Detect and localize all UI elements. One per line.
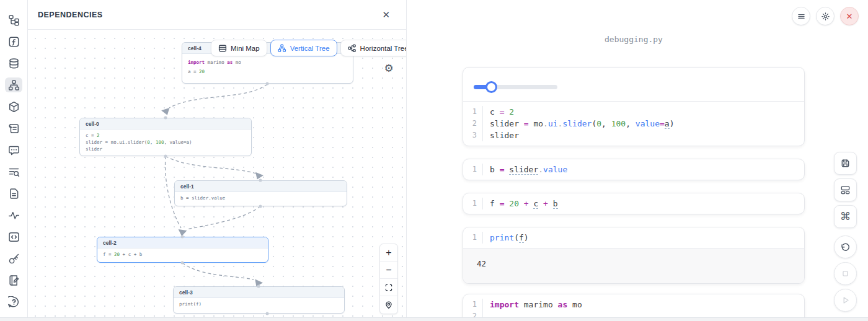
close-icon[interactable]: ✕ (382, 10, 390, 19)
graph-view-toolbar: Mini MapVertical TreeHorizontal Tree (211, 40, 406, 56)
sidebar-item-packages[interactable] (5, 99, 22, 114)
line-number: 1 (463, 198, 483, 209)
sidebar-item-documentation[interactable] (5, 186, 22, 201)
cell-output-text: 42 (463, 248, 804, 283)
node-code: b = slider.value (175, 192, 347, 204)
save-button[interactable] (834, 152, 857, 175)
horizontal-tree-icon (348, 44, 356, 53)
undo-icon (840, 242, 851, 252)
notebook-filename: debugging.py (463, 35, 805, 44)
dependencies-panel: DEPENDENCIES ✕ Mini MapVertical TreeHori… (28, 0, 407, 321)
locate-node-button[interactable] (380, 296, 397, 314)
sidebar-item-snippets[interactable] (5, 229, 22, 244)
code-line: 1c = 2 (463, 106, 804, 118)
fit-view-button[interactable] (380, 279, 397, 296)
sidebar-item-file-tree[interactable] (5, 12, 22, 27)
code-text[interactable]: print(f) (483, 232, 529, 244)
sidebar-item-help[interactable] (5, 294, 22, 309)
sidebar-item-datasources[interactable] (5, 56, 22, 71)
menu-button[interactable] (792, 7, 810, 25)
graph-node-cell-3[interactable]: cell-3print(f) (173, 286, 345, 314)
settings-button[interactable] (816, 7, 835, 25)
vertical-tree-button[interactable]: Vertical Tree (270, 40, 337, 56)
code-line: 1b = slider.value (463, 164, 804, 175)
mini-map-button[interactable]: Mini Map (211, 40, 267, 56)
code-text[interactable]: c = 2 (483, 106, 514, 118)
datasources-icon (8, 58, 20, 69)
sidebar-item-logs[interactable] (5, 121, 22, 136)
location-pin-icon (384, 301, 393, 309)
cell-code-editor[interactable]: 1b = slider.value (463, 159, 804, 180)
scratchpad-icon (8, 275, 20, 286)
snippets-icon (8, 231, 20, 243)
zoom-in-button[interactable]: + (380, 244, 397, 262)
cell-output-area (463, 68, 804, 101)
layout-icon (840, 185, 851, 195)
dependencies-panel-header: DEPENDENCIES ✕ (28, 0, 406, 30)
save-icon (840, 158, 851, 169)
sidebar-item-variables[interactable] (5, 34, 22, 49)
helper-panel-rail (0, 0, 28, 321)
run-button[interactable] (834, 289, 857, 312)
code-text[interactable]: b = slider.value (483, 164, 567, 175)
layout-toggle-button[interactable] (834, 178, 857, 201)
code-text[interactable]: import marimo as mo (483, 299, 582, 310)
close-x-icon: ✕ (846, 12, 853, 21)
horizontal-tree-label: Horizontal Tree (360, 45, 406, 52)
sidebar-item-tracing[interactable] (5, 208, 22, 222)
slider-thumb[interactable] (485, 81, 497, 93)
node-title: cell-2 (97, 237, 268, 248)
line-number: 1 (463, 232, 483, 244)
line-number: 3 (463, 130, 483, 141)
code-text[interactable]: slider = mo.ui.slider(0, 100, value=a) (483, 118, 674, 130)
mini-map-icon (218, 44, 227, 53)
node-code: import marimo as moa = 20 (182, 54, 353, 79)
cell-code-editor[interactable]: 1c = 22slider = mo.ui.slider(0, 100, val… (463, 102, 804, 146)
node-code: c = 2slider = mo.ui.slider(0, 100, value… (80, 130, 251, 155)
graph-node-cell-1[interactable]: cell-1b = slider.value (174, 180, 347, 206)
line-number: 1 (463, 164, 483, 175)
stop-icon (840, 268, 851, 279)
graph-settings-gear-icon[interactable]: ⚙ (382, 62, 396, 76)
sidebar-item-outline-search[interactable] (5, 164, 22, 179)
file-tree-icon (8, 14, 20, 26)
secrets-icon (8, 253, 20, 265)
graph-zoom-controls: + − (379, 244, 398, 314)
node-title: cell-1 (175, 181, 347, 192)
packages-icon (8, 101, 20, 113)
play-icon (840, 295, 851, 306)
stop-button[interactable] (834, 262, 857, 285)
shutdown-button[interactable]: ✕ (840, 7, 859, 25)
notebook-cell-1: 1c = 22slider = mo.ui.slider(0, 100, val… (463, 67, 805, 146)
panel-title: DEPENDENCIES (38, 11, 103, 19)
sidebar-item-chat[interactable] (5, 143, 22, 157)
code-text[interactable]: slider (483, 130, 519, 141)
slider-widget[interactable] (474, 81, 557, 93)
code-line: 1import marimo as mo (463, 299, 804, 310)
notebook-cell-4: 1print(f)42 (463, 227, 805, 284)
notebook-cell-3: 1f = 20 + c + b (463, 193, 805, 214)
sidebar-item-secrets[interactable] (5, 251, 22, 266)
zoom-out-button[interactable]: − (380, 262, 397, 279)
sidebar-item-dependencies[interactable] (5, 77, 22, 92)
mini-map-label: Mini Map (231, 45, 260, 52)
code-text[interactable]: f = 20 + c + b (483, 198, 558, 209)
sidebar-item-scratchpad[interactable] (5, 273, 22, 288)
graph-node-cell-0[interactable]: cell-0c = 2slider = mo.ui.slider(0, 100,… (79, 118, 252, 156)
cell-code-editor[interactable]: 1f = 20 + c + b (463, 193, 804, 214)
restart-button[interactable] (834, 235, 857, 258)
outline-search-icon (8, 166, 20, 178)
graph-node-cell-2[interactable]: cell-2f = 20 + c + b (97, 237, 268, 263)
horizontal-tree-button[interactable]: Horizontal Tree (340, 40, 406, 56)
fullscreen-icon (384, 283, 393, 292)
tracing-icon (8, 209, 20, 221)
node-code: f = 20 + c + b (97, 248, 268, 260)
notebook-top-controls: ✕ (792, 7, 859, 25)
dependency-graph-canvas[interactable]: Mini MapVertical TreeHorizontal Tree ⚙ c… (28, 30, 406, 321)
keyboard-shortcuts-button[interactable]: ⌘ (834, 205, 857, 228)
vertical-tree-icon (278, 44, 286, 53)
cell-code-editor[interactable]: 1print(f) (463, 227, 804, 248)
notebook-cell-2: 1b = slider.value (463, 159, 805, 180)
notebook-action-buttons: ⌘ (834, 152, 857, 315)
node-code: print(f) (174, 298, 344, 310)
